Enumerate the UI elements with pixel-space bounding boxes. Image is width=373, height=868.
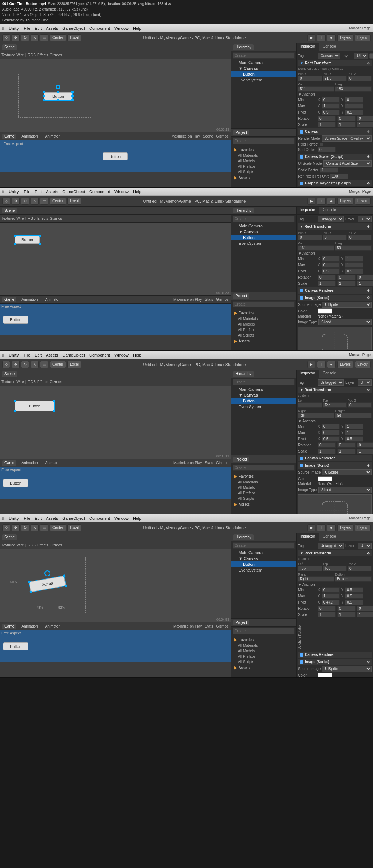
tag-3[interactable]: Untagged	[318, 379, 344, 386]
play-btn-3[interactable]: ▶	[307, 361, 315, 368]
component-menu[interactable]: Component	[89, 26, 110, 31]
btn-preview-3[interactable]: Button	[15, 401, 54, 411]
width-2[interactable]	[298, 245, 334, 251]
file-menu-2[interactable]: File	[24, 190, 31, 194]
tab-animation-3[interactable]: Animation	[19, 460, 40, 466]
game-button-4[interactable]: Button	[3, 642, 28, 650]
apple-menu[interactable]: 	[2, 26, 4, 31]
tab-project-2[interactable]: Project	[233, 293, 249, 299]
move-btn[interactable]: ✥	[12, 34, 20, 41]
tab-scene-2[interactable]: Scene	[2, 208, 17, 213]
insp-tab-console-2[interactable]: Console	[319, 207, 340, 214]
rotation-handle-4[interactable]	[44, 570, 50, 576]
tab-hierarchy-2[interactable]: Hierarchy	[233, 208, 254, 213]
pivot-x-1[interactable]	[322, 110, 340, 115]
maximize-on-play[interactable]: Maximize on Play	[171, 134, 200, 138]
layers-btn-3[interactable]: Layers	[337, 361, 353, 368]
step-btn-3[interactable]: ⏭	[327, 361, 336, 368]
transform-btn[interactable]: ⊹	[2, 34, 10, 41]
ref-pixels-field[interactable]	[330, 174, 348, 179]
textured-wire-label[interactable]: Textured Wire	[1, 53, 24, 57]
step-btn[interactable]: ⏭	[327, 34, 336, 41]
layer-dropdown-1[interactable]: UI	[354, 53, 368, 59]
anchor-max-x-1[interactable]	[322, 103, 340, 109]
graphic-raycaster-gear[interactable]: ⚙	[367, 182, 370, 185]
layout-btn-4[interactable]: Layout	[355, 524, 371, 531]
folder-assets[interactable]: ▶ Assets	[233, 175, 295, 181]
pivot-x-4[interactable]	[322, 600, 340, 605]
scale-z-1[interactable]	[357, 122, 373, 127]
hier-button-2[interactable]: Button	[231, 235, 296, 240]
local-btn-3[interactable]: Local	[67, 361, 81, 368]
anc-min-y-2[interactable]	[345, 256, 363, 262]
file-menu-3[interactable]: File	[24, 353, 31, 357]
width-1[interactable]	[298, 86, 334, 92]
game-button-2[interactable]: Button	[3, 316, 28, 324]
layer-dropdown-2[interactable]: UI	[358, 216, 372, 222]
layout-btn[interactable]: Layout	[355, 34, 371, 41]
file-menu-4[interactable]: File	[24, 516, 31, 521]
stats-btn[interactable]: Scene	[203, 134, 213, 138]
top-3[interactable]	[323, 402, 347, 408]
pos-x-2[interactable]	[298, 235, 322, 240]
game-button-1[interactable]: Button	[103, 152, 128, 160]
pos-y-1[interactable]	[323, 76, 347, 81]
canvas-scaler-gear[interactable]: ⚙	[367, 155, 370, 159]
color-swatch-3[interactable]	[318, 476, 332, 481]
hierarchy-search-1[interactable]	[233, 52, 295, 59]
anc-max-y-2[interactable]	[345, 262, 363, 268]
play-btn[interactable]: ▶	[307, 34, 315, 41]
tab-project-3[interactable]: Project	[233, 457, 249, 462]
gizmos-btn[interactable]: Gizmos	[50, 53, 62, 57]
anc-max-x-2[interactable]	[322, 262, 340, 268]
insp-tab-inspector-2[interactable]: Inspector	[297, 207, 319, 214]
rect-btn-3[interactable]: ▭	[40, 361, 48, 368]
scene-viewport-4[interactable]: Button 50% 48% 52% 00:04:53	[0, 549, 231, 622]
anchor-max-y-1[interactable]	[345, 103, 363, 109]
image-gear-2[interactable]: ⚙	[367, 296, 370, 300]
rotation-handle-1[interactable]	[56, 85, 60, 89]
gizmos-g2[interactable]: Gizmos	[216, 298, 228, 302]
canvas-renderer-section[interactable]: Canvas Renderer ⚙	[298, 287, 372, 294]
project-search-2[interactable]	[233, 301, 295, 307]
move-btn-3[interactable]: ✥	[12, 361, 20, 368]
folder-scr-2[interactable]: All Scripts	[233, 333, 295, 338]
hier-main-camera-2[interactable]: Main Camera	[231, 223, 296, 229]
window-menu-4[interactable]: Window	[114, 516, 129, 521]
assets-menu-2[interactable]: Assets	[46, 190, 58, 194]
layer-3[interactable]: UI	[358, 379, 372, 386]
scale-btn[interactable]: ⤡	[31, 34, 39, 41]
game-button-3[interactable]: Button	[3, 479, 28, 487]
canvas-renderer-gear[interactable]: ⚙	[367, 289, 370, 292]
project-search-1[interactable]	[233, 138, 295, 144]
ui-scale-mode-dropdown[interactable]: Constant Pixel Size	[323, 160, 372, 167]
folder-favorites[interactable]: ▶ Favorites	[233, 147, 295, 153]
h-3[interactable]	[335, 413, 372, 418]
anchor-min-x-1[interactable]	[322, 97, 340, 103]
tab-game-1[interactable]: Game	[2, 134, 16, 139]
center-btn-2[interactable]: Center	[50, 198, 66, 205]
scale-btn-2[interactable]: ⤡	[31, 198, 39, 205]
rect-btn-4[interactable]: ▭	[40, 524, 48, 531]
pixel-perfect-check[interactable]	[320, 143, 323, 146]
hier-canvas-1[interactable]: ▼ Canvas	[231, 65, 296, 71]
pivot-y-2[interactable]	[345, 268, 363, 274]
hier-button-1[interactable]: Button	[231, 71, 296, 77]
gameobject-menu-3[interactable]: GameObject	[62, 353, 85, 357]
help-menu[interactable]: Help	[133, 26, 141, 31]
left-3[interactable]	[298, 402, 322, 408]
center-btn[interactable]: Center	[50, 34, 66, 41]
canvas-section-1[interactable]: Canvas ⚙	[298, 128, 372, 135]
sort-order-field[interactable]	[318, 147, 336, 152]
rot-y-2[interactable]	[337, 275, 356, 280]
graphic-raycaster-section[interactable]: Graphic Raycaster (Script) ⚙	[298, 180, 372, 186]
edit-menu-4[interactable]: Edit	[35, 516, 42, 521]
pos-z-2[interactable]	[348, 235, 372, 240]
pos-y-2[interactable]	[323, 235, 347, 240]
image-type-dropdown-2[interactable]: Sliced	[318, 319, 372, 325]
btn-preview-2[interactable]: Button	[15, 236, 40, 244]
unity-menu-2[interactable]: Unity	[9, 190, 19, 194]
folder-pre-2[interactable]: All Prefabs	[233, 327, 295, 333]
folder-fav-2[interactable]: ▶ Favorites	[233, 310, 295, 316]
rect-gear-1[interactable]: ⚙	[367, 61, 370, 65]
